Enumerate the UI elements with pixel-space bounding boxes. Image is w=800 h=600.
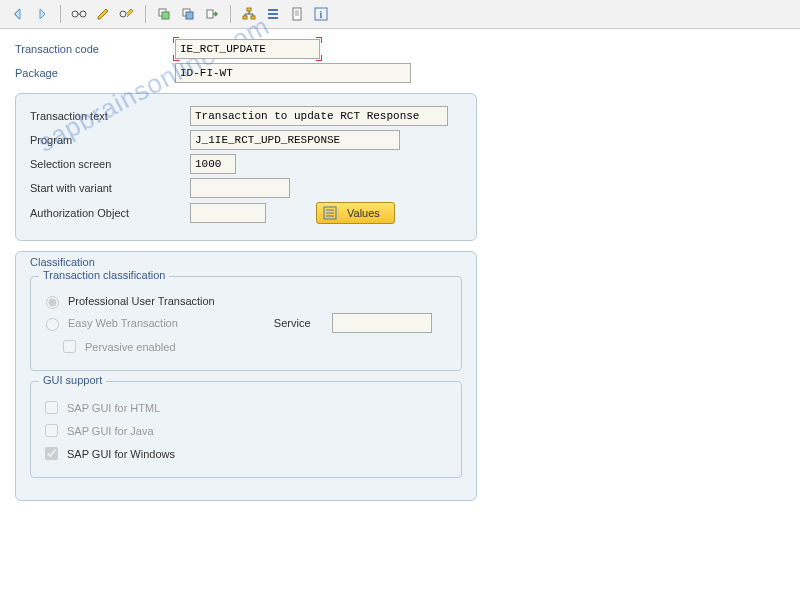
selscreen-label: Selection screen: [30, 158, 190, 170]
tcode-label: Transaction code: [15, 43, 175, 55]
package-row: Package: [15, 63, 785, 83]
classification-title: Classification: [30, 256, 462, 268]
svg-point-0: [72, 11, 78, 17]
check-pervasive[interactable]: [63, 340, 76, 353]
forward-icon[interactable]: [32, 4, 52, 24]
authobj-label: Authorization Object: [30, 207, 190, 219]
check-gui-win-row: SAP GUI for Windows: [41, 444, 451, 463]
radio-professional[interactable]: [46, 296, 59, 309]
tcode-input[interactable]: [175, 39, 320, 59]
display-change-icon[interactable]: [117, 4, 137, 24]
svg-rect-10: [243, 16, 247, 19]
details-panel: Transaction text Program Selection scree…: [15, 93, 477, 241]
svg-text:i: i: [320, 9, 323, 20]
package-label: Package: [15, 67, 175, 79]
tcode-row: Transaction code: [15, 39, 785, 59]
selscreen-input[interactable]: [190, 154, 236, 174]
check-gui-java-row: SAP GUI for Java: [41, 421, 451, 440]
trans-class-group: Transaction classification Professional …: [30, 276, 462, 371]
box-blue-icon[interactable]: [178, 4, 198, 24]
doc-icon[interactable]: [287, 4, 307, 24]
check-pervasive-label: Pervasive enabled: [85, 341, 176, 353]
svg-rect-9: [247, 8, 251, 11]
box-right-icon[interactable]: [202, 4, 222, 24]
check-gui-html-row: SAP GUI for HTML: [41, 398, 451, 417]
toolbar: i: [0, 0, 800, 29]
info-icon[interactable]: i: [311, 4, 331, 24]
values-button[interactable]: Values: [316, 202, 395, 224]
service-input[interactable]: [332, 313, 432, 333]
check-gui-html[interactable]: [45, 401, 58, 414]
ttext-label: Transaction text: [30, 110, 190, 122]
check-gui-win[interactable]: [45, 447, 58, 460]
service-label: Service: [274, 317, 311, 329]
svg-rect-7: [186, 12, 193, 19]
svg-rect-15: [293, 8, 301, 20]
radio-easyweb-row: Easy Web Transaction Service: [41, 313, 451, 333]
radio-easyweb-label: Easy Web Transaction: [68, 317, 178, 329]
svg-rect-11: [251, 16, 255, 19]
box-green-icon[interactable]: [154, 4, 174, 24]
svg-point-3: [120, 11, 126, 17]
radio-professional-row: Professional User Transaction: [41, 293, 451, 309]
check-pervasive-row: Pervasive enabled: [41, 337, 451, 356]
check-gui-java-label: SAP GUI for Java: [67, 425, 154, 437]
edit-icon[interactable]: [93, 4, 113, 24]
hierarchy-icon[interactable]: [239, 4, 259, 24]
back-icon[interactable]: [8, 4, 28, 24]
svg-rect-5: [162, 12, 169, 19]
gui-support-title: GUI support: [39, 374, 106, 386]
program-input[interactable]: [190, 130, 400, 150]
glasses-icon[interactable]: [69, 4, 89, 24]
tcode-field-wrap: [175, 39, 320, 59]
list-icon[interactable]: [263, 4, 283, 24]
radio-easyweb[interactable]: [46, 318, 59, 331]
check-gui-win-label: SAP GUI for Windows: [67, 448, 175, 460]
classification-panel: Classification Transaction classificatio…: [15, 251, 477, 501]
trans-class-title: Transaction classification: [39, 269, 169, 281]
content-area: sapbrainsonline.com Transaction code Pac…: [0, 29, 800, 511]
svg-point-1: [80, 11, 86, 17]
startvar-input[interactable]: [190, 178, 290, 198]
authobj-input[interactable]: [190, 203, 266, 223]
program-label: Program: [30, 134, 190, 146]
package-input[interactable]: [175, 63, 411, 83]
startvar-label: Start with variant: [30, 182, 190, 194]
values-button-label: Values: [347, 207, 380, 219]
svg-rect-8: [207, 10, 213, 18]
check-gui-html-label: SAP GUI for HTML: [67, 402, 160, 414]
gui-support-group: GUI support SAP GUI for HTML SAP GUI for…: [30, 381, 462, 478]
radio-professional-label: Professional User Transaction: [68, 295, 215, 307]
check-gui-java[interactable]: [45, 424, 58, 437]
ttext-input[interactable]: [190, 106, 448, 126]
